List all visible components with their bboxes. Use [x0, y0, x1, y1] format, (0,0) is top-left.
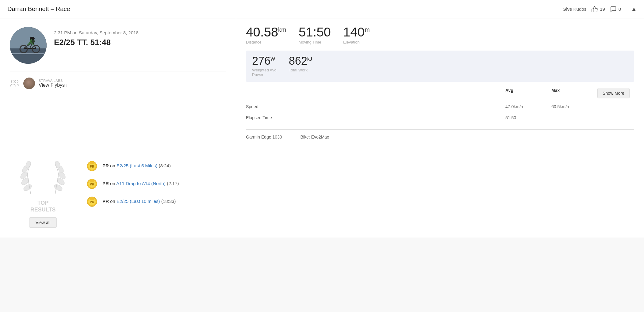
device-row: Garmin Edge 1030 Bike: Evo2Max	[246, 135, 634, 139]
weighted-avg-power-value: 276W	[252, 55, 277, 67]
bike-info: Bike: Evo2Max	[301, 135, 329, 139]
result-text-3: PR on E2/25 (Last 10 miles) (18:33)	[102, 199, 176, 204]
col-avg-header: Avg	[505, 88, 551, 98]
show-more-button[interactable]: Show More	[597, 88, 630, 98]
moving-time-label: Moving Time	[299, 40, 331, 44]
svg-rect-28	[92, 161, 94, 164]
weighted-avg-power-stat: 276W Weighted AvgPower	[252, 55, 277, 77]
elevation-stat: 140m Elevation	[343, 26, 370, 44]
pr-medal-icon-2: PR	[86, 177, 98, 189]
strava-labs-label: STRAVA LABS	[39, 79, 67, 82]
activity-date: 2:31 PM on Saturday, September 8, 2018	[54, 30, 139, 35]
total-work-label: Total Work	[289, 68, 312, 72]
svg-point-13	[15, 80, 18, 83]
activity-title: E2/25 TT. 51:48	[54, 38, 139, 47]
segment-link-1[interactable]: E2/25 (Last 5 Miles)	[117, 163, 157, 168]
elapsed-avg: 51:50	[505, 115, 551, 120]
metrics-table-header: Avg Max Show More	[246, 88, 634, 101]
comment-icon	[610, 6, 617, 13]
top-results-label: TOPRESULTS	[30, 200, 56, 213]
svg-rect-3	[10, 53, 47, 54]
moving-time-value: 51:50	[299, 26, 331, 39]
pr-medal-icon-1: PR	[86, 159, 98, 172]
distance-value: 40.58km	[246, 26, 286, 39]
moving-time-stat: 51:50 Moving Time	[299, 26, 331, 44]
stats-row-top: 40.58km Distance 51:50 Moving Time 140m …	[246, 26, 634, 44]
result-text-1: PR on E2/25 (Last 5 Miles) (8:24)	[102, 163, 171, 168]
flybys-section: STRAVA LABS View Flybys ›	[10, 78, 226, 89]
svg-text:PR: PR	[90, 183, 94, 186]
athlete-info: 2:31 PM on Saturday, September 8, 2018 E…	[10, 27, 226, 71]
speed-avg: 47.0km/h	[505, 104, 551, 109]
elevation-label: Elevation	[343, 40, 370, 44]
svg-point-12	[11, 80, 14, 83]
segment-link-3[interactable]: E2/25 (Last 10 miles)	[117, 199, 160, 204]
svg-text:PR: PR	[90, 200, 94, 204]
svg-rect-32	[90, 179, 92, 182]
top-section: 2:31 PM on Saturday, September 8, 2018 E…	[0, 18, 644, 147]
segment-link-2[interactable]: A11 Drag to A14 (North)	[116, 181, 166, 186]
col-max-header: Max	[551, 88, 597, 98]
metrics-divider	[246, 129, 634, 130]
comments-count: 0	[619, 6, 621, 12]
comment-button[interactable]: 0	[610, 6, 621, 13]
cyclist-image	[10, 27, 47, 64]
pr-medal-icon-3: PR	[86, 195, 98, 207]
laurel-wreath-icon	[18, 157, 67, 206]
bottom-section: TOPRESULTS View all PR PR on E2/25 (Last…	[0, 147, 644, 238]
speed-label: Speed	[246, 104, 505, 109]
page-title: Darran Bennett – Race	[7, 6, 70, 13]
collapse-button[interactable]: ▲	[631, 6, 637, 12]
chevron-right-icon: ›	[66, 83, 67, 88]
total-work-stat: 862kJ Total Work	[289, 55, 312, 77]
power-row: 276W Weighted AvgPower 862kJ Total Work	[246, 51, 634, 82]
metrics-row-speed: Speed 47.0km/h 60.5km/h	[246, 101, 634, 112]
svg-rect-33	[92, 179, 94, 182]
header-actions: Give Kudos 19 0 ▲	[563, 5, 637, 14]
thumbs-up-icon	[591, 6, 598, 13]
col-label-header	[246, 88, 505, 98]
result-text-2: PR on A11 Drag to A14 (North) (2:17)	[102, 181, 179, 186]
results-list: PR PR on E2/25 (Last 5 Miles) (8:24) PR	[86, 157, 179, 207]
left-panel: 2:31 PM on Saturday, September 8, 2018 E…	[0, 18, 236, 147]
result-item-3: PR PR on E2/25 (Last 10 miles) (18:33)	[86, 195, 179, 207]
speed-max: 60.5km/h	[551, 104, 597, 109]
result-item-2: PR PR on A11 Drag to A14 (North) (2:17)	[86, 177, 179, 189]
group-icon	[10, 79, 20, 88]
svg-rect-37	[90, 197, 92, 200]
svg-rect-38	[92, 197, 94, 200]
header: Darran Bennett – Race Give Kudos 19 0 ▲	[0, 0, 644, 18]
svg-text:PR: PR	[90, 165, 94, 168]
kudos-button[interactable]: 19	[591, 6, 605, 13]
weighted-avg-power-label: Weighted AvgPower	[252, 68, 277, 77]
activity-meta: 2:31 PM on Saturday, September 8, 2018 E…	[54, 27, 139, 47]
metrics-row-elapsed: Elapsed Time 51:50	[246, 112, 634, 123]
col-action-header: Show More	[597, 88, 634, 98]
divider	[626, 5, 626, 14]
main-content: 2:31 PM on Saturday, September 8, 2018 E…	[0, 18, 644, 238]
top-results-panel: TOPRESULTS View all	[12, 157, 74, 228]
view-all-button[interactable]: View all	[29, 217, 57, 228]
device-name: Garmin Edge 1030	[246, 135, 282, 139]
distance-stat: 40.58km Distance	[246, 26, 286, 44]
metrics-table: Avg Max Show More Speed 47.0km/h 60.5km/…	[246, 88, 634, 123]
flybys-link-section: STRAVA LABS View Flybys ›	[39, 79, 67, 88]
svg-rect-2	[10, 48, 47, 64]
kudos-count: 19	[600, 6, 605, 12]
elevation-value: 140m	[343, 26, 370, 39]
result-item-1: PR PR on E2/25 (Last 5 Miles) (8:24)	[86, 159, 179, 172]
distance-label: Distance	[246, 40, 286, 44]
avatar	[10, 27, 47, 64]
right-panel: 40.58km Distance 51:50 Moving Time 140m …	[236, 18, 644, 147]
elapsed-label: Elapsed Time	[246, 115, 505, 120]
give-kudos-label: Give Kudos	[563, 6, 587, 12]
total-work-value: 862kJ	[289, 55, 312, 67]
svg-rect-27	[90, 161, 92, 164]
flybys-avatar	[23, 78, 35, 89]
view-flybys-link[interactable]: View Flybys ›	[39, 82, 67, 88]
